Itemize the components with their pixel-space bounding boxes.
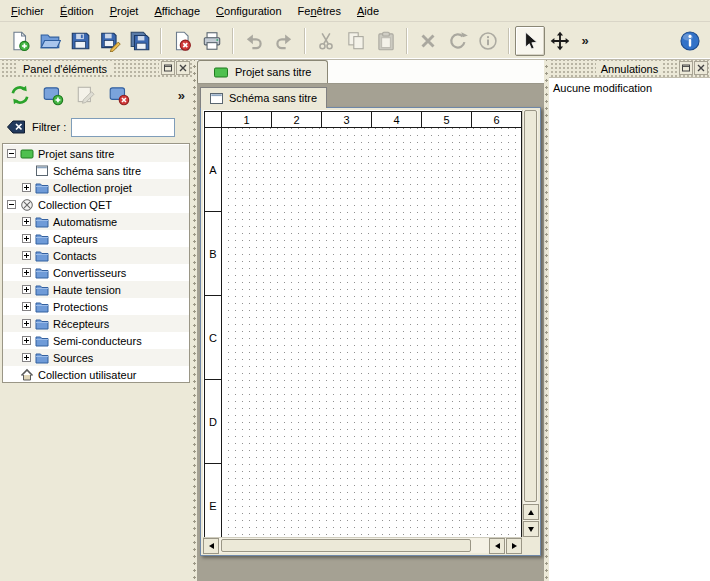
pan-mode-icon bbox=[549, 30, 571, 52]
undo-list[interactable]: Aucune modification bbox=[549, 77, 710, 581]
tree-item-projet-sans-titre[interactable]: Projet sans titre bbox=[3, 145, 189, 162]
menu-aide[interactable]: Aide bbox=[349, 0, 387, 21]
tree-item-convertisseurs[interactable]: Convertisseurs bbox=[3, 264, 189, 281]
column-header-4: 4 bbox=[372, 112, 422, 128]
tree-item-protections[interactable]: Protections bbox=[3, 298, 189, 315]
expand-icon[interactable] bbox=[22, 268, 31, 277]
close-file-button[interactable] bbox=[167, 26, 197, 56]
tree-item-collection-qet[interactable]: Collection QET bbox=[3, 196, 189, 213]
reload-collections-button[interactable] bbox=[6, 81, 34, 109]
scroll-right-button[interactable] bbox=[506, 538, 522, 554]
expand-icon[interactable] bbox=[22, 251, 31, 260]
arrow-left-icon bbox=[495, 543, 500, 549]
save-all-button[interactable] bbox=[125, 26, 155, 56]
menu-fichier[interactable]: Fichier bbox=[3, 0, 52, 21]
undo-icon bbox=[243, 30, 265, 52]
menu-configuration[interactable]: Configuration bbox=[208, 0, 289, 21]
project-icon bbox=[20, 147, 34, 161]
print-button[interactable] bbox=[197, 26, 227, 56]
scroll-left-button[interactable] bbox=[203, 538, 219, 554]
scroll-up-button[interactable] bbox=[523, 504, 539, 520]
schema-icon bbox=[210, 93, 223, 104]
paper-corner bbox=[205, 112, 222, 128]
scroll-down-button[interactable] bbox=[523, 521, 539, 537]
filter-input[interactable] bbox=[71, 118, 175, 137]
reload-collections-icon bbox=[9, 84, 31, 106]
menu-dition[interactable]: Édition bbox=[52, 0, 102, 21]
tree-item-contacts[interactable]: Contacts bbox=[3, 247, 189, 264]
delete-element-button[interactable] bbox=[105, 81, 133, 109]
new-document-icon bbox=[9, 30, 31, 52]
tree-item-automatisme[interactable]: Automatisme bbox=[3, 213, 189, 230]
save-button[interactable] bbox=[65, 26, 95, 56]
expand-icon[interactable] bbox=[22, 319, 31, 328]
tree-item-collection-utilisateur[interactable]: Collection utilisateur bbox=[3, 366, 189, 383]
main-toolbar: » bbox=[0, 22, 710, 60]
float-undo-panel-button[interactable] bbox=[679, 61, 693, 75]
edit-element-icon bbox=[75, 84, 97, 106]
horizontal-scrollbar-thumb[interactable] bbox=[221, 539, 471, 552]
tree-item-r-cepteurs[interactable]: Récepteurs bbox=[3, 315, 189, 332]
menu-affichage[interactable]: Affichage bbox=[146, 0, 208, 21]
clear-filter-button[interactable] bbox=[5, 116, 27, 138]
tree-item-sources[interactable]: Sources bbox=[3, 349, 189, 366]
expand-icon[interactable] bbox=[22, 353, 31, 362]
float-panel-button[interactable] bbox=[161, 61, 175, 75]
collapse-icon[interactable] bbox=[7, 200, 16, 209]
print-icon bbox=[201, 30, 223, 52]
elements-toolbar-overflow-button[interactable]: » bbox=[178, 88, 185, 103]
copy-button bbox=[341, 26, 371, 56]
select-mode-button[interactable] bbox=[515, 26, 545, 56]
paste-button bbox=[371, 26, 401, 56]
scroll-left-button-2[interactable] bbox=[489, 538, 505, 554]
schema-view[interactable]: 123456ABCDE bbox=[203, 110, 522, 537]
menu-fentres[interactable]: Fenêtres bbox=[290, 0, 349, 21]
pan-mode-button[interactable] bbox=[545, 26, 575, 56]
expand-icon[interactable] bbox=[22, 285, 31, 294]
expand-icon[interactable] bbox=[22, 336, 31, 345]
collapse-icon[interactable] bbox=[7, 149, 16, 158]
filter-label: Filtrer : bbox=[32, 121, 66, 133]
about-button[interactable] bbox=[675, 26, 705, 56]
tab-projet-sans-titre[interactable]: Projet sans titre bbox=[197, 60, 328, 83]
tree-item-sch-ma-sans-titre[interactable]: Schéma sans titre bbox=[3, 162, 189, 179]
row-header-D: D bbox=[205, 380, 222, 464]
open-document-button[interactable] bbox=[35, 26, 65, 56]
schema-window-frame: 123456ABCDE bbox=[200, 107, 541, 556]
expand-icon[interactable] bbox=[22, 183, 31, 192]
new-element-button[interactable] bbox=[39, 81, 67, 109]
menu-bar: FichierÉditionProjetAffichageConfigurati… bbox=[0, 0, 710, 22]
close-undo-panel-button[interactable] bbox=[694, 61, 708, 75]
tab-schema-sans-titre[interactable]: Schéma sans titre bbox=[200, 87, 327, 108]
vertical-scrollbar[interactable] bbox=[522, 110, 538, 537]
project-icon bbox=[214, 67, 228, 78]
tree-item-collection-projet[interactable]: Collection projet bbox=[3, 179, 189, 196]
horizontal-scrollbar[interactable] bbox=[203, 537, 522, 553]
schema-window-content: 123456ABCDE bbox=[203, 110, 538, 553]
schema-grid[interactable] bbox=[222, 128, 522, 537]
expand-icon[interactable] bbox=[22, 302, 31, 311]
expand-icon[interactable] bbox=[22, 234, 31, 243]
tree-item-capteurs[interactable]: Capteurs bbox=[3, 230, 189, 247]
select-mode-icon bbox=[519, 30, 541, 52]
expand-icon[interactable] bbox=[22, 217, 31, 226]
tree-item-label: Haute tension bbox=[53, 284, 121, 296]
arrow-up-icon bbox=[528, 510, 534, 515]
tree-item-label: Semi-conducteurs bbox=[53, 335, 142, 347]
close-panel-button[interactable] bbox=[176, 61, 190, 75]
tree-item-semi-conducteurs[interactable]: Semi-conducteurs bbox=[3, 332, 189, 349]
paste-icon bbox=[375, 30, 397, 52]
menu-projet[interactable]: Projet bbox=[102, 0, 147, 21]
toolbar-separator bbox=[160, 28, 162, 54]
folder-icon bbox=[35, 283, 49, 297]
arrow-left-icon bbox=[209, 543, 214, 549]
save-as-button[interactable] bbox=[95, 26, 125, 56]
new-document-button[interactable] bbox=[5, 26, 35, 56]
tree-item-label: Sources bbox=[53, 352, 93, 364]
vertical-scrollbar-thumb[interactable] bbox=[524, 110, 537, 502]
rotate-icon bbox=[447, 30, 469, 52]
tree-item-haute-tension[interactable]: Haute tension bbox=[3, 281, 189, 298]
toolbar-overflow-button[interactable]: » bbox=[575, 26, 595, 56]
close-file-icon bbox=[171, 30, 193, 52]
expander-spacer bbox=[22, 166, 31, 175]
